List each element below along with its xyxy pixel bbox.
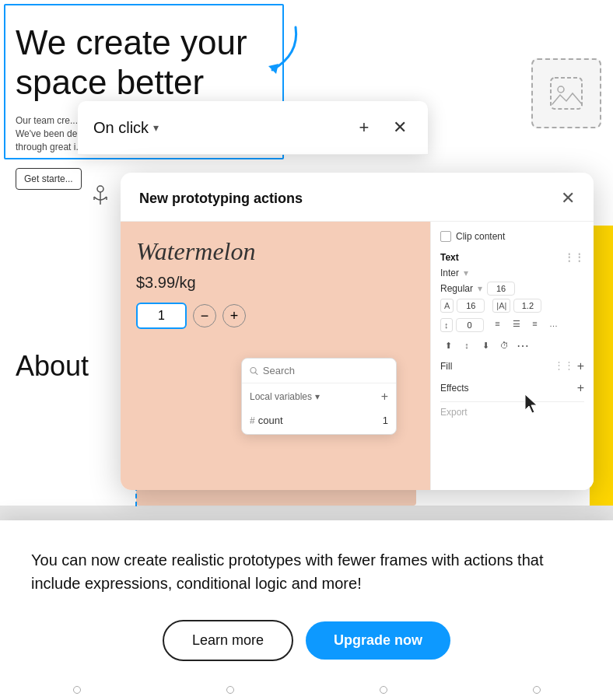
svg-point-2: [558, 86, 564, 93]
proto-modal-title: New prototyping actions: [139, 191, 303, 207]
font-style-label: Regular: [440, 283, 473, 294]
valign-top-icon[interactable]: ⬆: [440, 338, 456, 353]
nav-dot-1: [73, 686, 81, 694]
local-vars-header: Local variables ▾ +: [242, 383, 396, 410]
text-align-row: ≡ ☰ ≡ …: [490, 316, 562, 331]
website-title: We create your space better: [16, 23, 249, 102]
hash-icon: #: [250, 415, 255, 426]
proto-modal: New prototyping actions ✕ Watermelon $3.…: [121, 173, 594, 490]
font-style-row: Regular ▾ 16: [440, 282, 584, 296]
proto-qty-control: − +: [136, 303, 415, 329]
bottom-nav: [0, 686, 613, 694]
effects-label: Effects: [440, 383, 468, 394]
fill-drag-icon[interactable]: ⋮⋮: [554, 359, 574, 373]
line-height-input[interactable]: [513, 299, 541, 313]
about-text: About: [16, 350, 89, 383]
website-get-started-button[interactable]: Get starte...: [16, 168, 82, 190]
nav-dot-3: [380, 686, 387, 694]
fill-add-icon[interactable]: +: [577, 359, 584, 373]
proto-product-preview: Watermelon $3.99/kg − +: [121, 222, 430, 490]
on-click-label: On click: [93, 119, 149, 137]
proto-qty-increase[interactable]: +: [222, 304, 246, 327]
text-section-title: Text ⋮⋮: [440, 251, 584, 263]
proto-design-panel: Clip content Text ⋮⋮ Inter ▾ Regular ▾ 1…: [430, 222, 594, 490]
variables-search-row: [242, 359, 396, 383]
on-click-label-group: On click ▾: [93, 119, 159, 137]
fill-label: Fill: [440, 361, 452, 372]
clip-content-label: Clip content: [456, 231, 505, 242]
clip-content-row: Clip content: [440, 231, 584, 242]
spacing-input[interactable]: [456, 318, 484, 332]
proto-watermelon-text: Watermelon: [136, 237, 415, 266]
local-vars-label-group: Local variables ▾: [250, 391, 320, 402]
svg-point-3: [97, 186, 103, 192]
on-click-panel: On click ▾ + ✕: [78, 101, 428, 155]
proto-qty-input[interactable]: [136, 303, 187, 329]
export-label: Export: [440, 401, 584, 418]
svg-line-8: [255, 372, 257, 374]
clip-content-checkbox[interactable]: [440, 231, 451, 242]
learn-more-button[interactable]: Learn more: [163, 620, 293, 661]
website-header: We create your space better Our team cre…: [0, 0, 613, 198]
on-click-chevron-icon[interactable]: ▾: [153, 121, 159, 134]
type-size-row: A |A|: [440, 299, 584, 313]
notification-buttons: Learn more Upgrade now: [31, 620, 582, 661]
more-options-icon[interactable]: ⋯: [515, 338, 531, 353]
proto-modal-header: New prototyping actions ✕: [121, 173, 594, 222]
variable-name: count: [258, 415, 283, 426]
clock-icon[interactable]: ⏱: [496, 338, 512, 353]
on-click-header: On click ▾ + ✕: [78, 101, 428, 155]
variable-item-count: # count 1: [242, 410, 396, 434]
nav-dot-4: [533, 686, 541, 694]
line-height-icon: |A|: [492, 299, 510, 313]
font-size-a-icon: A: [440, 299, 454, 313]
anchor-icon: [92, 184, 109, 209]
local-vars-label: Local variables: [250, 391, 312, 402]
valign-bottom-icon[interactable]: ⬇: [478, 338, 493, 353]
search-icon: [250, 366, 258, 376]
fill-actions: ⋮⋮ +: [554, 359, 584, 373]
align-center-icon[interactable]: ☰: [509, 316, 524, 331]
vertical-align-row: ⬆ ↕ ⬇ ⏱ ⋯: [440, 338, 584, 353]
svg-rect-1: [551, 78, 582, 109]
effects-row: Effects +: [440, 381, 584, 395]
on-click-add-button[interactable]: +: [352, 115, 377, 140]
drag-handle-icon: ⋮⋮: [564, 251, 584, 263]
font-style-chevron: ▾: [478, 283, 482, 294]
image-placeholder: [531, 58, 601, 128]
fill-row: Fill ⋮⋮ +: [440, 359, 584, 373]
variable-value: 1: [383, 415, 388, 426]
font-family-label: Inter: [440, 268, 459, 278]
font-size-input[interactable]: 16: [487, 282, 515, 296]
align-left-icon[interactable]: ≡: [490, 316, 506, 331]
font-family-chevron: ▾: [464, 268, 468, 278]
align-right-icon[interactable]: ≡: [527, 316, 543, 331]
variables-panel: Local variables ▾ + # count 1: [241, 358, 397, 435]
proto-modal-close-button[interactable]: ✕: [561, 188, 575, 208]
spacing-row: ↕ ≡ ☰ ≡ …: [440, 316, 584, 334]
proto-price-text: $3.99/kg: [136, 274, 415, 292]
local-vars-chevron: ▾: [315, 391, 320, 402]
valign-middle-icon[interactable]: ↕: [459, 338, 475, 353]
on-click-close-button[interactable]: ✕: [387, 115, 412, 140]
font-family-row: Inter ▾: [440, 268, 584, 278]
proto-modal-content: Watermelon $3.99/kg − + Clip content Tex…: [121, 222, 594, 490]
add-variable-button[interactable]: +: [381, 390, 388, 404]
notification-modal: You can now create realistic prototypes …: [0, 520, 613, 700]
more-icon[interactable]: …: [546, 316, 562, 331]
proto-qty-decrease[interactable]: −: [193, 304, 216, 327]
on-click-actions: + ✕: [352, 115, 412, 140]
notification-text: You can now create realistic prototypes …: [31, 548, 582, 595]
effects-add-icon[interactable]: +: [577, 381, 584, 395]
variable-name-group: # count: [250, 415, 283, 426]
nav-dot-2: [226, 686, 234, 694]
type-size-input[interactable]: [457, 299, 485, 313]
upgrade-now-button[interactable]: Upgrade now: [306, 621, 450, 660]
letter-spacing-icon: ↕: [440, 318, 453, 332]
variables-search-input[interactable]: [263, 365, 388, 376]
